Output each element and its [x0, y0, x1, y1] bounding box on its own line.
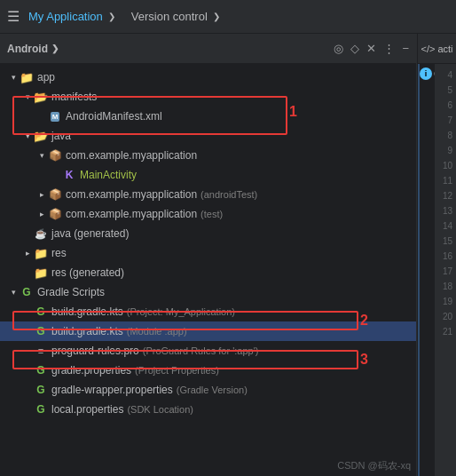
item-name-app: app — [37, 71, 55, 83]
right-panel-header-label: </> acti — [418, 34, 456, 64]
item-name-java-generated: java (generated) — [51, 227, 129, 240]
item-suffix-local.properties: (SDK Location) — [127, 404, 193, 415]
gradle-props-icon: G — [34, 402, 48, 416]
item-name-com.example.myapplication.androidtest: com.example.myapplication — [66, 188, 197, 201]
xml-icon: M — [48, 109, 62, 123]
item-name-gradle-wrapper.properties: gradle-wrapper.properties — [51, 384, 173, 396]
item-name-local.properties: local.properties — [51, 403, 123, 416]
item-name-manifests: manifests — [51, 91, 97, 103]
item-suffix-gradle-wrapper.properties: (Gradle Version) — [177, 385, 248, 395]
tree-item-build.gradle.kts-project[interactable]: Gbuild.gradle.kts (Project: My_Applicati… — [0, 302, 416, 321]
folder-icon: 📁 — [20, 70, 34, 84]
item-name-mainactivity: MainActivity — [80, 169, 137, 181]
version-chevron-icon: ❯ — [213, 12, 220, 21]
file-tree-panel: Android ❯ ◎ ◇ ✕ ⋮ − 📁app📂manifestsMAndro… — [0, 34, 417, 476]
package-icon: 📦 — [48, 207, 62, 221]
close-icon[interactable]: ✕ — [366, 42, 376, 55]
line-number-12: 12 — [435, 188, 456, 203]
tree-item-gradle.properties[interactable]: Ggradle.properties (Project Properties) — [0, 361, 416, 380]
package-icon: 📦 — [48, 148, 62, 163]
item-name-build.gradle.kts-module: build.gradle.kts — [51, 325, 123, 337]
line-number-17: 17 — [435, 264, 456, 279]
app-chevron-icon: ❯ — [108, 12, 115, 21]
item-suffix-build.gradle.kts-project: (Project: My_Application) — [127, 306, 235, 317]
line-number-15: 15 — [435, 234, 456, 249]
app-name-label[interactable]: My Application — [28, 10, 103, 23]
item-name-proguard-rules: proguard-rules.pro — [51, 345, 139, 357]
tree-item-com.example.myapplication.androidtest[interactable]: 📦com.example.myapplication (androidTest) — [0, 185, 416, 204]
item-suffix-gradle.properties: (Project Properties) — [135, 365, 219, 376]
gradle-props-icon: G — [34, 383, 48, 397]
folder-src-icon: 📂 — [34, 129, 48, 143]
tree-item-res-generated[interactable]: 📁res (generated) — [0, 263, 416, 282]
version-control-label[interactable]: Version control — [131, 10, 208, 23]
gradle-props-icon: G — [34, 363, 48, 377]
line-number-7: 7 — [435, 113, 456, 128]
main-area: Android ❯ ◎ ◇ ✕ ⋮ − 📁app📂manifestsMAndro… — [0, 34, 456, 476]
line-number-19: 19 — [435, 294, 456, 309]
item-suffix-proguard-rules: (ProGuard Rules for ':app') — [143, 345, 259, 356]
tree-item-java-generated[interactable]: ☕java (generated) — [0, 224, 416, 243]
line-number-10: 10 — [435, 158, 456, 173]
tree-item-local.properties[interactable]: Glocal.properties (SDK Location) — [0, 400, 416, 419]
line-number-21: 21 — [435, 324, 456, 339]
tree-item-res[interactable]: 📁res — [0, 243, 416, 263]
item-name-gradle.properties: gradle.properties — [51, 364, 131, 377]
topbar: ☰ My Application ❯ Version control ❯ — [0, 0, 456, 34]
tree-content[interactable]: 📁app📂manifestsMAndroidManifest.xml📂java📦… — [0, 64, 416, 476]
tree-item-mainactivity[interactable]: KMainActivity — [0, 165, 416, 185]
more-icon[interactable]: ⋮ — [383, 42, 395, 55]
folder-src-icon: 📂 — [34, 90, 48, 104]
tree-item-manifests[interactable]: 📂manifests — [0, 87, 416, 107]
scroll-marker — [418, 64, 420, 476]
line-number-18: 18 — [435, 279, 456, 294]
tree-item-com.example.myapplication.test[interactable]: 📦com.example.myapplication (test) — [0, 204, 416, 224]
minimize-icon[interactable]: − — [402, 42, 409, 55]
tree-item-com.example.myapplication[interactable]: 📦com.example.myapplication — [0, 146, 416, 165]
tree-item-java[interactable]: 📂java — [0, 126, 416, 146]
item-suffix-build.gradle.kts-module: (Module :app) — [127, 326, 187, 337]
line-numbers: 456789101112131415161718192021 — [435, 64, 456, 476]
panel-title[interactable]: Android ❯ — [7, 43, 59, 55]
tree-item-build.gradle.kts-module[interactable]: Gbuild.gradle.kts (Module :app) — [0, 321, 416, 341]
gradle-icon: G — [20, 285, 34, 299]
line-number-9: 9 — [435, 143, 456, 158]
gradle-icon: G — [34, 305, 48, 319]
panel-title-text: Android — [7, 43, 48, 55]
folder-icon: 📁 — [34, 246, 48, 260]
item-name-java: java — [51, 130, 71, 142]
diamond-icon[interactable]: ◇ — [350, 42, 359, 55]
line-number-14: 14 — [435, 218, 456, 234]
line-number-20: 20 — [435, 309, 456, 324]
tree-item-gradle-scripts[interactable]: GGradle Scripts — [0, 282, 416, 302]
item-suffix-com.example.myapplication.androidtest: (androidTest) — [200, 189, 257, 200]
kotlin-icon: K — [62, 168, 76, 182]
line-number-11: 11 — [435, 173, 456, 188]
line-number-5: 5 — [435, 83, 456, 98]
line-number-16: 16 — [435, 249, 456, 264]
tree-item-androidmanifest[interactable]: MAndroidManifest.xml — [0, 107, 416, 126]
panel-title-chevron: ❯ — [51, 44, 59, 53]
item-suffix-com.example.myapplication.test: (test) — [200, 209, 223, 219]
java-icon: ☕ — [34, 226, 48, 241]
target-icon[interactable]: ◎ — [334, 42, 343, 55]
line-number-4: 4 — [435, 67, 456, 83]
gradle-icon: G — [34, 324, 48, 338]
folder-icon: 📁 — [34, 266, 48, 280]
item-name-res: res — [51, 247, 67, 259]
item-name-com.example.myapplication: com.example.myapplication — [66, 149, 197, 162]
tree-wrapper: 📁app📂manifestsMAndroidManifest.xml📂java📦… — [0, 64, 416, 476]
panel-header: Android ❯ ◎ ◇ ✕ ⋮ − — [0, 34, 416, 64]
tree-item-app[interactable]: 📁app — [0, 67, 416, 87]
tree-item-proguard-rules[interactable]: ≡proguard-rules.pro (ProGuard Rules for … — [0, 341, 416, 361]
line-number-6: 6 — [435, 98, 456, 113]
item-name-gradle-scripts: Gradle Scripts — [37, 286, 105, 298]
item-name-build.gradle.kts-project: build.gradle.kts — [51, 305, 123, 318]
tree-item-gradle-wrapper.properties[interactable]: Ggradle-wrapper.properties (Gradle Versi… — [0, 380, 416, 400]
hamburger-icon[interactable]: ☰ — [7, 8, 20, 25]
info-badge: i — [420, 67, 432, 80]
right-panel-content: i Gra 456789101112131415161718192021 — [418, 64, 456, 476]
item-name-res-generated: res (generated) — [51, 266, 124, 279]
proguard-icon: ≡ — [34, 344, 48, 358]
item-name-com.example.myapplication.test: com.example.myapplication — [66, 208, 197, 220]
